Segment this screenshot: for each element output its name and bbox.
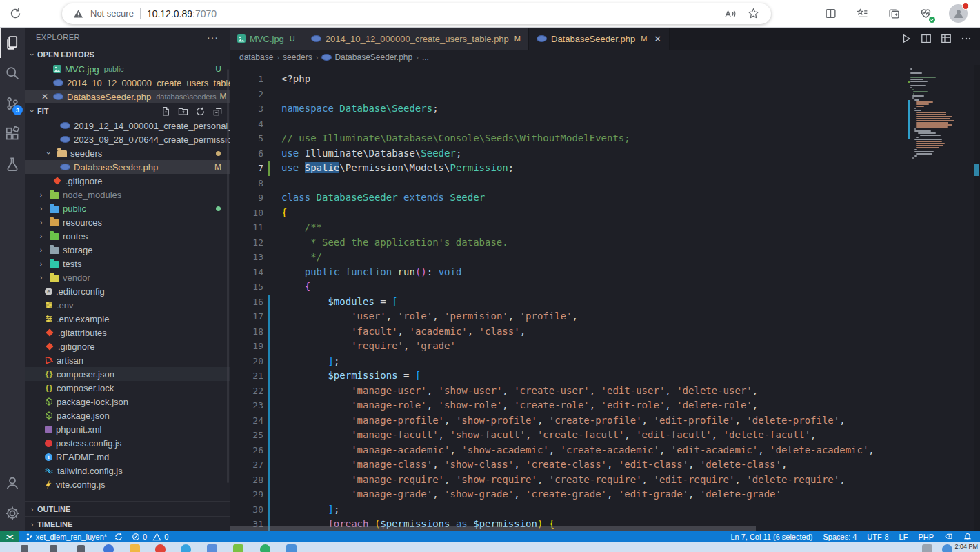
taskbar-clock[interactable]: 2:04 PM bbox=[954, 543, 978, 550]
tree-item--gitignore[interactable]: .gitignore bbox=[25, 339, 230, 353]
taskbar-system-icon[interactable] bbox=[77, 545, 85, 552]
activity-search[interactable] bbox=[0, 58, 25, 88]
refresh-icon[interactable] bbox=[7, 6, 23, 22]
code-line[interactable]: 30 ]; bbox=[230, 502, 904, 518]
open-editor-item[interactable]: MVC.jpgpublicU bbox=[25, 62, 230, 76]
feedback-icon[interactable] bbox=[944, 533, 953, 541]
code-line[interactable]: 6use Illuminate\Database\Seeder; bbox=[230, 146, 904, 161]
tree-item-2019-12-14-000001-create-personal-acces-[interactable]: 2019_12_14_000001_create_personal_acces.… bbox=[25, 119, 230, 132]
taskbar-app-icon[interactable] bbox=[922, 544, 932, 552]
split-screen-icon[interactable] bbox=[822, 6, 839, 22]
open-editors-header[interactable]: › OPEN EDITORS bbox=[25, 47, 230, 62]
close-icon[interactable]: ✕ bbox=[654, 34, 661, 44]
tree-item-node-modules[interactable]: ›node_modules bbox=[25, 188, 230, 201]
editor-tab-databaseseeder-php[interactable]: DatabaseSeeder.phpM✕ bbox=[529, 28, 670, 50]
not-secure-warning-icon[interactable] bbox=[72, 6, 84, 22]
code-line[interactable]: 9class DatabaseSeeder extends Seeder bbox=[230, 190, 904, 206]
code-line[interactable]: 7use Spatie\Permission\Models\Permission… bbox=[230, 161, 904, 176]
tree-item--editorconfig[interactable]: e.editorconfig bbox=[25, 284, 230, 298]
read-aloud-icon[interactable] bbox=[722, 6, 739, 22]
taskbar-app-icon[interactable] bbox=[103, 544, 114, 552]
code-line[interactable]: 28 'manage-require', 'show-require', 'cr… bbox=[230, 473, 904, 488]
tree-item-composer-json[interactable]: {}composer.json bbox=[25, 367, 230, 381]
security-label[interactable]: Not secure bbox=[90, 8, 134, 19]
taskbar-app-icon[interactable] bbox=[942, 544, 952, 552]
tree-item-package-lock-json[interactable]: package-lock.json bbox=[25, 395, 230, 408]
activity-extensions[interactable] bbox=[0, 119, 25, 149]
tree-item-resources[interactable]: ›resources bbox=[25, 215, 230, 229]
sidebar-scrollbar[interactable] bbox=[227, 69, 229, 483]
favorite-star-icon[interactable] bbox=[745, 6, 761, 22]
outline-header[interactable]: › OUTLINE bbox=[25, 501, 230, 516]
taskbar-app-icon[interactable] bbox=[286, 544, 297, 552]
code-line[interactable]: 5// use Illuminate\Database\Console\Seed… bbox=[230, 131, 904, 146]
editor-scrollbar[interactable] bbox=[974, 65, 980, 531]
refresh-explorer-icon[interactable] bbox=[194, 106, 206, 117]
breadcrumb-item[interactable]: DatabaseSeeder.php bbox=[321, 52, 412, 62]
problems-item[interactable]: 0 0 bbox=[132, 533, 168, 541]
favorites-list-icon[interactable] bbox=[854, 6, 870, 22]
tree-item-storage[interactable]: ›storage bbox=[25, 243, 230, 257]
collapse-folders-icon[interactable] bbox=[212, 106, 223, 117]
profile-avatar[interactable] bbox=[949, 4, 968, 23]
code-line[interactable]: 25 'manage-facult', 'show-facult', 'crea… bbox=[230, 428, 904, 443]
code-line[interactable]: 4 bbox=[230, 117, 904, 132]
taskbar-app-icon[interactable] bbox=[181, 544, 191, 552]
editor-tab-2014-10-12-000000-create-users-table-php[interactable]: 2014_10_12_000000_create_users_table.php… bbox=[303, 28, 529, 50]
taskbar-app-icon[interactable] bbox=[155, 544, 166, 552]
run-or-debug-icon[interactable] bbox=[901, 33, 912, 44]
tree-item--env-example[interactable]: .env.example bbox=[25, 312, 230, 326]
eol-setting[interactable]: LF bbox=[899, 533, 908, 541]
new-file-icon[interactable] bbox=[160, 106, 171, 117]
code-line[interactable]: 3namespace Database\Seeders; bbox=[230, 101, 904, 117]
taskbar-system-icon[interactable] bbox=[50, 545, 57, 552]
code-line[interactable]: 21 $permissions = [ bbox=[230, 368, 904, 384]
remote-indicator[interactable]: >< bbox=[0, 531, 19, 542]
split-editor-icon[interactable] bbox=[921, 33, 932, 44]
code-line[interactable]: 27 'manage-class', 'show-class', 'create… bbox=[230, 457, 904, 473]
code-editor[interactable]: 1<?php23namespace Database\Seeders;45// … bbox=[230, 65, 980, 531]
code-line[interactable]: 16 $modules = [ bbox=[230, 295, 904, 310]
language-mode[interactable]: PHP bbox=[918, 533, 934, 541]
customize-layout-icon[interactable] bbox=[941, 33, 952, 44]
tree-item-vendor[interactable]: ›vendor bbox=[25, 270, 230, 284]
new-folder-icon[interactable] bbox=[177, 106, 188, 117]
cursor-position[interactable]: Ln 7, Col 11 (6 selected) bbox=[730, 533, 812, 541]
activity-settings[interactable] bbox=[0, 498, 25, 529]
tree-item-composer-lock[interactable]: {}composer.lock bbox=[25, 381, 230, 395]
editor-tab-mvc-jpg[interactable]: MVC.jpgU bbox=[230, 28, 303, 50]
indentation-setting[interactable]: Spaces: 4 bbox=[823, 533, 857, 541]
code-line[interactable]: 12 * Seed the application's database. bbox=[230, 235, 904, 250]
tree-item-postcss-config-js[interactable]: postcss.config.js bbox=[25, 436, 230, 450]
tree-item-artisan[interactable]: artisan bbox=[25, 353, 230, 367]
activity-accounts[interactable] bbox=[0, 468, 25, 498]
tree-item-vite-config-js[interactable]: vite.config.js bbox=[25, 477, 230, 491]
taskbar-system-icon[interactable] bbox=[21, 545, 28, 552]
close-icon[interactable]: ✕ bbox=[41, 92, 48, 101]
code-line[interactable]: 10{ bbox=[230, 206, 904, 221]
tree-item-routes[interactable]: ›routes bbox=[25, 229, 230, 243]
collections-icon[interactable] bbox=[886, 6, 902, 22]
encoding-setting[interactable]: UTF-8 bbox=[867, 533, 888, 541]
taskbar-app-icon[interactable] bbox=[130, 544, 140, 552]
tree-item-tests[interactable]: ›tests bbox=[25, 257, 230, 270]
git-branch-item[interactable]: xet_diem_ren_luyen* bbox=[26, 533, 123, 541]
code-line[interactable]: 14 public function run(): void bbox=[230, 265, 904, 280]
breadcrumb-item[interactable]: ... bbox=[422, 52, 429, 62]
project-root-header[interactable]: › FIT bbox=[25, 103, 230, 119]
code-line[interactable]: 19 'require', 'grade' bbox=[230, 339, 904, 354]
activity-source-control[interactable]: 3 bbox=[0, 88, 25, 119]
tree-item-2023-09-28-070644-create-permission-tab-[interactable]: 2023_09_28_070644_create_permission_tab.… bbox=[25, 132, 230, 146]
code-line[interactable]: 1<?php bbox=[230, 72, 904, 87]
tree-item-public[interactable]: ›public bbox=[25, 201, 230, 215]
code-line[interactable]: 11 /** bbox=[230, 220, 904, 235]
breadcrumb-item[interactable]: seeders bbox=[283, 52, 312, 62]
tree-item-readme-md[interactable]: iREADME.md bbox=[25, 450, 230, 464]
taskbar-app-icon[interactable] bbox=[207, 544, 217, 552]
code-line[interactable]: 24 'manage-profile', 'show-profile', 'cr… bbox=[230, 413, 904, 428]
code-line[interactable]: 17 'user', 'role', 'permision', 'profile… bbox=[230, 309, 904, 324]
url-text[interactable]: 10.12.0.89:7070 bbox=[147, 8, 217, 20]
address-bar[interactable]: Not secure 10.12.0.89:7070 bbox=[62, 3, 771, 24]
more-actions-icon[interactable] bbox=[961, 33, 972, 44]
notifications-bell-icon[interactable] bbox=[963, 533, 972, 541]
